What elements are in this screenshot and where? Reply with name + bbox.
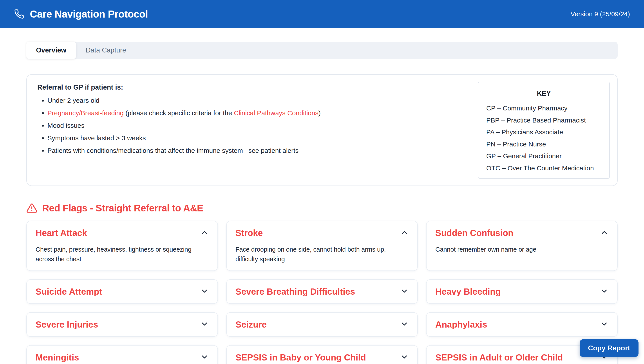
card-body: Face drooping on one side, cannot hold b…	[235, 245, 409, 264]
referral-bullet-text: Patients with conditions/medications tha…	[48, 147, 299, 154]
card-anaphylaxis: Anaphylaxis	[426, 312, 618, 337]
card-body: Chest pain, pressure, heaviness, tightne…	[36, 245, 209, 264]
card-seizure: Seizure	[226, 312, 418, 337]
copy-report-button[interactable]: Copy Report	[580, 339, 638, 357]
card-sudden-confusion: Sudden Confusion Cannot remember own nam…	[426, 221, 618, 271]
card-heavy-bleeding: Heavy Bleeding	[426, 279, 618, 304]
card-title: Seizure	[235, 319, 267, 330]
card-sepsis-baby: SEPSIS in Baby or Young Child	[226, 345, 418, 364]
card-toggle-stroke[interactable]: Stroke	[235, 228, 409, 238]
card-body: Cannot remember own name or age	[435, 245, 608, 254]
referral-panel: Referral to GP if patient is: Under 2 ye…	[26, 74, 618, 186]
card-title: Heavy Bleeding	[435, 286, 501, 297]
page-title: Care Navigation Protocol	[30, 8, 148, 20]
card-title: Sudden Confusion	[435, 228, 513, 238]
card-title: Severe Injuries	[36, 319, 98, 330]
card-severe-breathing-difficulties: Severe Breathing Difficulties	[226, 279, 418, 304]
card-toggle-seizure[interactable]: Seizure	[235, 319, 409, 330]
chevron-up-icon	[200, 228, 209, 238]
card-title: Suicide Attempt	[36, 286, 102, 297]
version-label: Version 9 (25/09/24)	[571, 10, 630, 18]
tab-bar: Overview Data Capture	[26, 42, 618, 59]
key-item: CP – Community Pharmacy	[486, 104, 601, 112]
card-title: SEPSIS in Baby or Young Child	[235, 352, 366, 363]
app-header: Care Navigation Protocol Version 9 (25/0…	[0, 0, 644, 28]
alert-triangle-icon	[26, 203, 37, 214]
key-item: GP – General Practitioner	[486, 152, 601, 160]
card-severe-injuries: Severe Injuries	[26, 312, 218, 337]
chevron-down-icon	[200, 320, 209, 329]
card-title: Stroke	[235, 228, 263, 238]
chevron-down-icon	[400, 353, 409, 362]
chevron-down-icon	[600, 320, 608, 329]
card-toggle-anaphylaxis[interactable]: Anaphylaxis	[435, 319, 608, 330]
card-toggle-sudden-confusion[interactable]: Sudden Confusion	[435, 228, 608, 238]
clinical-pathways-link[interactable]: Clinical Pathways Conditions	[234, 109, 318, 116]
card-stroke: Stroke Face drooping on one side, cannot…	[226, 221, 418, 271]
card-meningitis: Meningitis	[26, 345, 218, 364]
card-toggle-severe-injuries[interactable]: Severe Injuries	[36, 319, 209, 330]
referral-bullet-text: Under 2 years old	[48, 97, 100, 104]
chevron-down-icon	[600, 287, 608, 296]
card-toggle-meningitis[interactable]: Meningitis	[36, 352, 209, 363]
chevron-up-icon	[400, 228, 409, 238]
key-panel: KEY CP – Community Pharmacy PBP – Practi…	[478, 82, 610, 179]
card-title: Anaphylaxis	[435, 319, 487, 330]
card-title: SEPSIS in Adult or Older Child	[435, 352, 563, 363]
key-item: OTC – Over The Counter Medication	[486, 164, 601, 172]
referral-bullet-text: Symptoms have lasted > 3 weeks	[48, 134, 146, 142]
pregnancy-emphasis: Pregnancy/Breast-feeding	[48, 109, 124, 116]
referral-bullet-text: Mood issues	[48, 122, 84, 129]
tab-data-capture[interactable]: Data Capture	[76, 42, 136, 59]
header-left: Care Navigation Protocol	[14, 1, 571, 27]
card-title: Severe Breathing Difficulties	[235, 286, 355, 297]
card-toggle-severe-breathing-difficulties[interactable]: Severe Breathing Difficulties	[235, 286, 409, 297]
main-container: Overview Data Capture Referral to GP if …	[26, 42, 618, 364]
red-flags-heading: Red Flags - Straight Referral to A&E	[26, 203, 618, 214]
referral-bullet-text: )	[318, 109, 321, 116]
chevron-down-icon	[200, 353, 209, 362]
red-flags-grid: Heart Attack Chest pain, pressure, heavi…	[26, 221, 618, 364]
red-flags-title: Red Flags - Straight Referral to A&E	[42, 203, 203, 214]
referral-bullet-text: (please check specific criteria for the	[124, 109, 234, 116]
card-toggle-heart-attack[interactable]: Heart Attack	[36, 228, 209, 238]
card-title: Heart Attack	[36, 228, 87, 238]
chevron-down-icon	[200, 287, 209, 296]
card-toggle-heavy-bleeding[interactable]: Heavy Bleeding	[435, 286, 608, 297]
chevron-up-icon	[600, 228, 608, 238]
key-item: PBP – Practice Based Pharmacist	[486, 116, 601, 124]
chevron-down-icon	[400, 287, 409, 296]
card-toggle-sepsis-baby[interactable]: SEPSIS in Baby or Young Child	[235, 352, 409, 363]
card-heart-attack: Heart Attack Chest pain, pressure, heavi…	[26, 221, 218, 271]
card-toggle-suicide-attempt[interactable]: Suicide Attempt	[36, 286, 209, 297]
key-title: KEY	[486, 90, 601, 98]
chevron-down-icon	[400, 320, 409, 329]
phone-icon	[14, 9, 24, 19]
tab-overview[interactable]: Overview	[26, 42, 76, 59]
key-item: PA – Physicians Associate	[486, 128, 601, 136]
card-suicide-attempt: Suicide Attempt	[26, 279, 218, 304]
key-item: PN – Practice Nurse	[486, 140, 601, 148]
card-title: Meningitis	[36, 352, 79, 363]
